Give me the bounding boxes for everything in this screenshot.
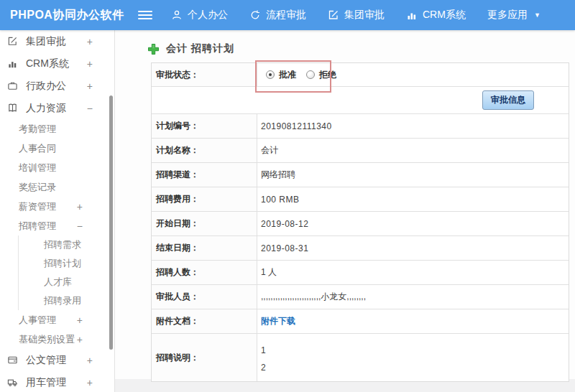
top-nav: 个人办公 流程审批 集团审批: [171, 9, 540, 22]
radio-reject-circle[interactable]: [306, 70, 315, 79]
expand-toggle[interactable]: +: [77, 201, 83, 213]
nav-label: 集团审批: [344, 9, 385, 22]
sidebar-item-recruit-demand[interactable]: 招聘需求: [18, 235, 114, 254]
sidebar-item-recruit-hire[interactable]: 招聘录用: [18, 291, 114, 310]
field-label: 计划编号：: [152, 114, 257, 138]
collapse-toggle[interactable]: −: [77, 220, 83, 232]
sidebar-item-talent-pool[interactable]: 人才库: [18, 273, 114, 291]
sidebar-scrollbar[interactable]: [109, 95, 113, 350]
main-content: 会计 招聘计划 审批状态： 批准: [115, 30, 575, 392]
field-label: 招聘费用：: [152, 187, 257, 211]
field-label: 审批人员：: [152, 285, 257, 309]
form-row-cost: 招聘费用： 100 RMB: [152, 187, 569, 211]
truck-icon: [7, 377, 19, 388]
field-value: 网络招聘: [257, 163, 569, 187]
wallet-icon: [7, 355, 19, 365]
sidebar-item-recruit-plan[interactable]: 招聘计划: [18, 254, 114, 273]
form-row-plan-name: 计划名称： 会计: [152, 138, 569, 162]
approve-info-button[interactable]: 审批信息: [482, 90, 534, 110]
field-label: 计划名称：: [152, 139, 257, 162]
edit-square-icon: [7, 36, 19, 47]
hamburger-menu-icon[interactable]: [138, 11, 152, 19]
sidebar-item-attendance[interactable]: 考勤管理: [0, 119, 114, 139]
expand-toggle[interactable]: +: [87, 80, 93, 92]
field-value: 2019-08-31: [257, 236, 569, 260]
process-refresh-icon: [249, 9, 261, 21]
field-value: 2019-08-12: [257, 212, 569, 235]
edit-square-icon: [328, 9, 339, 21]
field-value: 会计: [257, 139, 569, 162]
sidebar-item-crm[interactable]: CRM系统 +: [0, 52, 114, 75]
field-value: 1 人: [257, 261, 569, 284]
form-row-description: 招聘说明： 1 2: [152, 333, 569, 381]
field-label: 招聘人数：: [152, 261, 257, 284]
top-header-bar: PHPOA协同办公软件 个人办公 流程审批: [0, 0, 575, 30]
form-row-start-date: 开始日期： 2019-08-12: [152, 211, 569, 235]
status-radio-group: 批准 拒绝: [261, 69, 336, 81]
recruit-plan-form: 审批状态： 批准 拒绝: [151, 62, 569, 382]
field-label: 审批状态：: [152, 63, 257, 86]
attachment-download-link[interactable]: 附件下载: [261, 315, 295, 327]
radio-approve-circle[interactable]: [266, 70, 275, 79]
nav-label: 更多应用: [487, 9, 528, 22]
field-label: 结束日期：: [152, 236, 257, 260]
radio-approve[interactable]: 批准: [266, 69, 296, 81]
bar-chart-icon: [7, 58, 19, 69]
form-row-end-date: 结束日期： 2019-08-31: [152, 235, 569, 260]
book-icon: [7, 103, 19, 113]
radio-reject[interactable]: 拒绝: [306, 69, 336, 81]
briefcase-icon: [7, 80, 19, 91]
nav-label: 个人办公: [188, 9, 228, 22]
sidebar-item-salary[interactable]: 薪资管理 +: [0, 197, 114, 216]
bar-chart-icon: [406, 9, 418, 21]
form-row-channel: 招聘渠道： 网络招聘: [152, 162, 569, 187]
field-value: 100 RMB: [257, 187, 569, 211]
user-icon: [171, 9, 183, 21]
collapse-toggle[interactable]: −: [87, 103, 93, 114]
field-label: 附件文档：: [152, 309, 257, 333]
sidebar-item-base-category[interactable]: 基础类别设置 +: [0, 330, 114, 349]
sidebar-item-recruit-mgmt[interactable]: 招聘管理 −: [0, 216, 114, 235]
sidebar-item-vehicle-mgmt[interactable]: 用车管理 +: [0, 371, 114, 392]
field-label: 开始日期：: [152, 212, 257, 235]
nav-item-more-apps[interactable]: 更多应用 ▼: [487, 9, 540, 22]
field-value: 20190812111340: [257, 114, 569, 138]
app-window: PHPOA协同办公软件 个人办公 流程审批: [0, 0, 575, 392]
nav-item-process-approval[interactable]: 流程审批: [249, 9, 306, 22]
expand-toggle[interactable]: +: [77, 334, 83, 345]
add-plus-icon[interactable]: [147, 43, 160, 55]
caret-down-icon: ▼: [534, 11, 540, 19]
field-label: 招聘渠道：: [152, 163, 257, 187]
content-panel: 会计 招聘计划 审批状态： 批准: [115, 30, 575, 379]
sidebar-item-hr-contract[interactable]: 人事合同: [0, 139, 114, 158]
app-logo: PHPOA协同办公软件: [0, 8, 138, 23]
expand-toggle[interactable]: +: [87, 355, 93, 366]
nav-item-personal-office[interactable]: 个人办公: [171, 9, 228, 22]
description-line: 2: [261, 363, 266, 373]
sidebar-item-official-docs[interactable]: 公文管理 +: [0, 349, 114, 371]
expand-toggle[interactable]: +: [87, 36, 93, 47]
description-line: 1: [261, 345, 266, 355]
sidebar-item-human-resources[interactable]: 人力资源 −: [0, 97, 114, 119]
nav-label: 流程审批: [266, 9, 306, 22]
form-row-headcount: 招聘人数： 1 人: [152, 260, 569, 284]
sidebar-item-training[interactable]: 培训管理: [0, 158, 114, 177]
nav-item-crm-system[interactable]: CRM系统: [406, 9, 466, 22]
expand-toggle[interactable]: +: [87, 58, 93, 70]
sidebar-menu: 集团审批 + CRM系统 + 行政办公 +: [0, 30, 115, 392]
form-row-approve-button: 审批信息: [152, 86, 569, 113]
form-row-approvers: 审批人员： ,,,,,,,,,,,,,,,,,,,,,,,,,小龙女,,,,,,…: [152, 284, 569, 309]
sidebar-item-group-approval[interactable]: 集团审批 +: [0, 30, 114, 52]
nav-item-group-approval[interactable]: 集团审批: [328, 9, 385, 22]
field-value: ,,,,,,,,,,,,,,,,,,,,,,,,,小龙女,,,,,,,,: [257, 285, 569, 309]
form-row-attachment: 附件文档： 附件下载: [152, 309, 569, 333]
form-row-status: 审批状态： 批准 拒绝: [152, 63, 569, 86]
expand-toggle[interactable]: +: [87, 377, 93, 388]
sidebar-item-rewards[interactable]: 奖惩记录: [0, 177, 114, 197]
sidebar-item-personnel-mgmt[interactable]: 人事管理 +: [0, 310, 114, 330]
form-row-plan-number: 计划编号： 20190812111340: [152, 113, 569, 138]
sidebar-item-admin-office[interactable]: 行政办公 +: [0, 75, 114, 97]
page-title-row: 会计 招聘计划: [115, 30, 575, 55]
field-label: 招聘说明：: [152, 334, 257, 381]
expand-toggle[interactable]: +: [77, 314, 83, 326]
